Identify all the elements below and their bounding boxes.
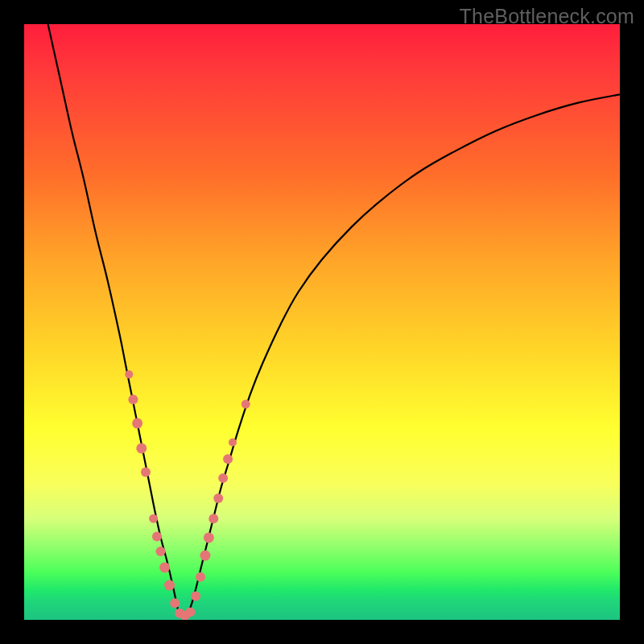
data-marker <box>229 438 237 446</box>
data-marker <box>149 514 158 523</box>
curves-svg <box>24 24 620 620</box>
data-marker <box>213 493 223 503</box>
data-marker <box>218 473 228 483</box>
data-marker <box>170 598 180 608</box>
data-marker <box>141 467 151 477</box>
data-marker <box>132 418 142 428</box>
data-marker <box>208 514 218 523</box>
data-marker <box>155 547 165 556</box>
data-marker <box>242 400 250 409</box>
data-marker <box>164 580 175 591</box>
chart-frame: TheBottleneck.com <box>0 0 644 644</box>
data-marker <box>196 572 205 582</box>
data-marker <box>223 454 233 464</box>
left-curve <box>48 24 180 615</box>
marker-group <box>125 370 250 620</box>
data-marker <box>204 532 214 543</box>
data-marker <box>159 562 170 572</box>
right-curve <box>188 94 621 615</box>
data-marker <box>191 591 200 601</box>
data-marker <box>185 607 195 617</box>
data-marker <box>125 370 133 378</box>
data-marker <box>152 531 162 541</box>
data-marker <box>136 443 147 453</box>
data-marker <box>200 551 210 561</box>
plot-area <box>24 24 620 620</box>
data-marker <box>128 394 138 404</box>
